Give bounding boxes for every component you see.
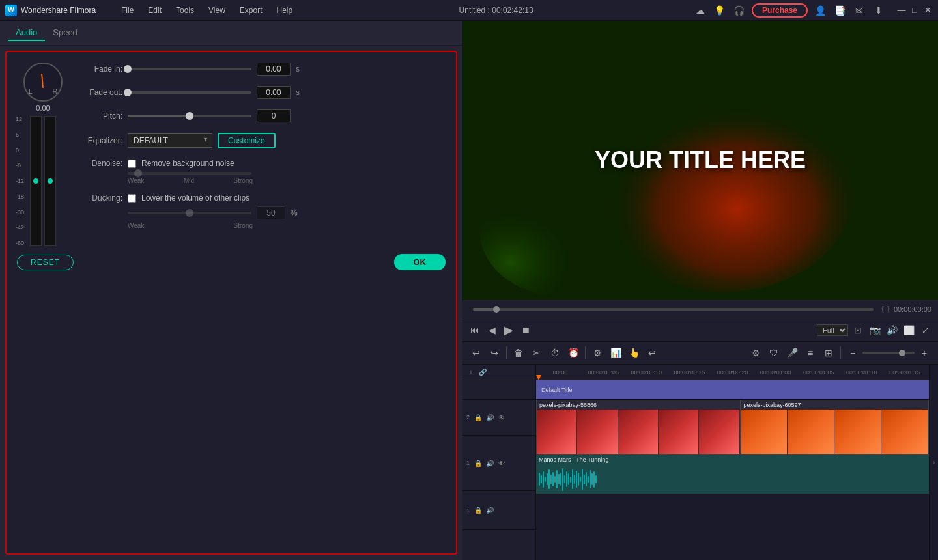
track3-lock-icon[interactable]: 🔒	[474, 458, 483, 468]
zoom-slider[interactable]	[862, 352, 915, 354]
pitch-slider[interactable]	[128, 115, 251, 117]
zoom-out-icon[interactable]: −	[844, 344, 861, 361]
fullscreen-icon[interactable]: ⤢	[918, 323, 933, 337]
prev-frame-button[interactable]: ◀	[485, 323, 499, 337]
purchase-button[interactable]: Purchase	[752, 3, 808, 18]
minimize-button[interactable]: —	[896, 5, 907, 16]
ok-button[interactable]: OK	[394, 254, 446, 270]
speed-button[interactable]: ⏱	[547, 344, 563, 361]
play-button[interactable]: ▶	[502, 323, 516, 337]
snapshot-icon[interactable]: 📷	[868, 323, 882, 337]
audio-clip[interactable]: Manos Mars - The Tunning	[536, 455, 929, 494]
track2-lock-icon[interactable]: 🔒	[474, 413, 483, 422]
mic-icon[interactable]: 🎤	[784, 344, 801, 361]
cursor-button[interactable]: 👆	[625, 344, 642, 361]
wave-11	[558, 474, 560, 484]
vu-bar-right	[44, 116, 56, 246]
thumb-rose-5	[699, 410, 739, 454]
settings2-icon[interactable]: ⚙	[747, 344, 764, 361]
split-button[interactable]: ✂	[528, 344, 545, 361]
track-icon[interactable]: ≡	[802, 344, 819, 361]
track4-mute-icon[interactable]: 🔊	[485, 506, 494, 515]
export-frame-icon[interactable]: ⬜	[902, 323, 916, 337]
close-button[interactable]: ✕	[922, 5, 933, 16]
quality-select[interactable]: Full 1/2 1/4	[817, 324, 848, 336]
volume-icon[interactable]: 🔊	[885, 323, 899, 337]
reset-button[interactable]: RESET	[17, 255, 74, 270]
progress-bar[interactable]	[473, 308, 874, 311]
fade-in-value[interactable]	[257, 63, 291, 76]
mail-icon[interactable]: ✉	[852, 3, 866, 18]
clip1-thumbs	[537, 410, 740, 454]
wave-10	[556, 470, 558, 488]
wave-1	[539, 473, 540, 486]
pitch-value[interactable]	[257, 109, 291, 122]
track3-eye-icon[interactable]: 👁	[497, 458, 506, 468]
fit-screen-icon[interactable]: ⊡	[851, 323, 865, 337]
ducking-checkbox[interactable]	[128, 194, 136, 203]
vu-bar-labels: 12 6 0 -6 -12 -18 -30 -42 -60	[16, 116, 24, 246]
wave-14	[564, 475, 565, 483]
video-clip-1[interactable]: pexels-pixabay-56866	[536, 400, 741, 455]
ducking-row: Ducking: Lower the volume of other clips	[77, 193, 446, 203]
track2-mute-icon[interactable]: 🔊	[485, 413, 494, 422]
video-clip-2[interactable]: pexels-pixabay-60597	[741, 400, 929, 455]
bookmark-icon[interactable]: 📑	[832, 3, 847, 18]
skip-back-button[interactable]: ⏮	[468, 323, 482, 337]
fade-out-slider[interactable]	[128, 91, 251, 94]
bulb-icon[interactable]: 💡	[713, 3, 727, 18]
ducking-unit: %	[291, 208, 297, 217]
track2-eye-icon[interactable]: 👁	[497, 413, 506, 422]
title-clip[interactable]: Default Title	[536, 380, 929, 399]
maximize-button[interactable]: □	[909, 5, 920, 16]
link-icon[interactable]: 🔗	[478, 368, 487, 377]
customize-button[interactable]: Customize	[218, 133, 276, 148]
denoise-checkbox-label: Remove background noise	[141, 159, 234, 168]
app-logo-icon: W	[5, 5, 17, 16]
ducking-slider[interactable]	[128, 212, 251, 214]
equalizer-select[interactable]: DEFAULT Classical Dance Full Bass Live P…	[128, 133, 212, 148]
track4-lock-icon[interactable]: 🔒	[474, 506, 483, 515]
cloud-icon[interactable]: ☁	[693, 3, 707, 18]
waveform-button[interactable]: 📊	[607, 344, 624, 361]
download-icon[interactable]: ⬇	[872, 3, 886, 18]
crop-button[interactable]: ⏰	[565, 344, 582, 361]
menu-edit[interactable]: Edit	[141, 3, 168, 18]
denoise-slider-row	[77, 172, 446, 175]
menu-bar: File Edit Tools View Export Help	[115, 3, 299, 18]
redo-button[interactable]: ↪	[486, 344, 503, 361]
clip2-label: pexels-pixabay-60597	[744, 402, 801, 408]
track3-mute-icon[interactable]: 🔊	[485, 458, 494, 468]
ducking-value[interactable]	[257, 206, 285, 219]
menu-help[interactable]: Help	[270, 3, 300, 18]
menu-export[interactable]: Export	[233, 3, 269, 18]
denoise-slider[interactable]	[128, 172, 251, 175]
settings-button[interactable]: ⚙	[589, 344, 606, 361]
zoom-in-icon[interactable]: +	[916, 344, 933, 361]
timeline-scroll-right[interactable]: ›	[929, 365, 938, 560]
svg-point-1	[594, 84, 855, 292]
track2-icon[interactable]: ⊞	[820, 344, 837, 361]
user-icon[interactable]: 👤	[813, 3, 827, 18]
tab-speed[interactable]: Speed	[45, 25, 85, 41]
delete-button[interactable]: 🗑	[510, 344, 527, 361]
headset-icon[interactable]: 🎧	[732, 3, 746, 18]
menu-tools[interactable]: Tools	[169, 3, 201, 18]
vu-bar-container: 12 6 0 -6 -12 -18 -30 -42 -60	[30, 116, 56, 246]
fade-out-value[interactable]	[257, 86, 291, 99]
window-controls: — □ ✕	[896, 5, 933, 16]
menu-view[interactable]: View	[202, 3, 232, 18]
audio-track-row: Manos Mars - The Tunning	[536, 455, 929, 494]
menu-file[interactable]: File	[115, 3, 140, 18]
denoise-checkbox[interactable]	[128, 160, 136, 168]
playhead-indicator	[536, 375, 541, 380]
mask-icon[interactable]: 🛡	[765, 344, 782, 361]
fade-in-slider[interactable]	[128, 68, 251, 70]
ripple-button[interactable]: ↩	[644, 344, 661, 361]
timecode-display: 00:00:00:00	[894, 305, 931, 313]
stop-button[interactable]: ⏹	[519, 323, 533, 337]
add-track-icon[interactable]: +	[466, 368, 476, 377]
tab-audio[interactable]: Audio	[8, 25, 45, 41]
undo-button[interactable]: ↩	[468, 344, 485, 361]
scrubber-bar: { } 00:00:00:00	[462, 300, 938, 318]
